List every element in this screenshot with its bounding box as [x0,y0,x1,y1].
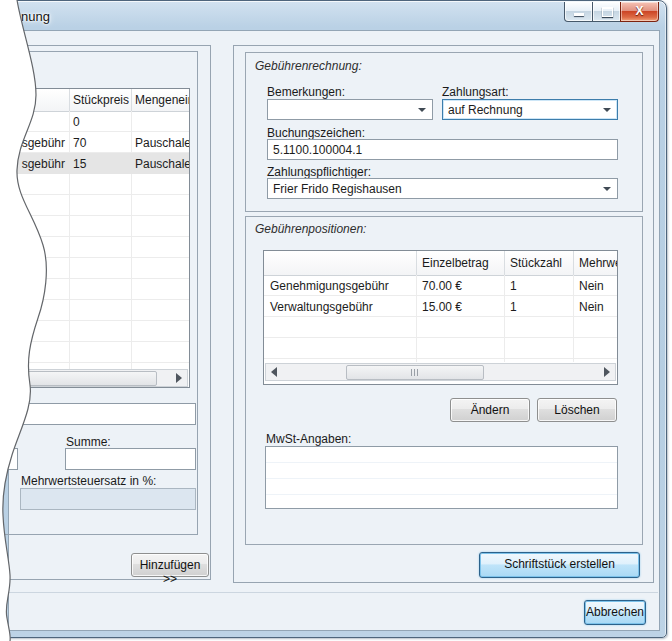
table-row[interactable]: 0 [0,111,189,132]
scroll-right-icon[interactable] [604,367,610,377]
table-row[interactable]: Verwaltungsgebühr 15.00 € 1 Nein [264,296,617,317]
summe-field[interactable] [65,448,196,470]
close-button[interactable]: X [620,2,659,22]
scrollbar-thumb[interactable] [0,371,157,386]
fee-types-table[interactable]: Stückpreis Mengenein 0 gsgebühr 70 Pausc… [0,88,190,388]
zahlungspflichtiger-label: Zahlungspflichtiger: [267,165,371,179]
screenshot-canvas: nung X Stückpreis Mengenein [0,0,672,641]
cell-unit: Pauschale [135,136,190,150]
zahlungspflichtiger-value: Frier Frido Regishausen [273,182,402,196]
cell-price: 0 [73,115,80,129]
close-icon: X [621,4,658,18]
chevron-down-icon [603,187,611,191]
cell-count: 1 [510,279,517,293]
chevron-down-icon [418,108,426,112]
cell-amount: 15.00 € [422,300,462,314]
mwst-rate-label: Mehrwertsteuersatz in %: [21,474,156,488]
mwst-angaben-listbox[interactable] [265,446,618,509]
abbrechen-button[interactable]: Abbrechen [584,600,646,625]
maximize-button[interactable] [592,2,621,22]
mwst-angaben-label: MwSt-Angaben: [266,432,351,446]
aendern-button[interactable]: Ändern [450,398,530,422]
scrollbar-thumb[interactable] [346,365,484,380]
cell-name: Genehmigungsgebühr [270,279,389,293]
zahlungsart-value: auf Rechnung [448,103,523,117]
col-header-mengeneinheit: Mengenein [135,93,190,107]
chevron-down-icon [603,108,611,112]
table-row[interactable]: Genehmigungsgebühr 70.00 € 1 Nein [264,275,617,296]
abbrechen-button-label: Abbrechen [586,601,644,619]
cell-price: 70 [73,136,86,150]
header-separator [504,251,505,275]
minimize-button[interactable] [564,2,593,22]
table-row[interactable]: gsgebühr 70 Pauschale [0,132,189,153]
fee-positions-group-title: Gebührenpositionen: [255,222,366,236]
buchungszeichen-field[interactable]: 5.1100.100004.1 [267,139,618,160]
zahlungsart-combobox[interactable]: auf Rechnung [442,99,618,120]
aendern-button-label: Ändern [471,399,510,417]
zahlungsart-label: Zahlungsart: [442,85,509,99]
fee-positions-hscrollbar[interactable] [265,363,616,381]
cell-name: Verwaltungsgebühr [270,300,373,314]
fee-name-field[interactable] [0,403,196,425]
col-header-stueckpreis: Stückpreis [73,93,129,107]
scroll-left-icon[interactable] [271,367,277,377]
quantity-field[interactable] [0,448,18,470]
bemerkungen-combobox[interactable] [267,99,433,120]
caption-buttons: X [564,2,659,22]
fee-types-hscrollbar[interactable] [0,369,188,387]
footer-separator [8,592,658,593]
header-separator [573,251,574,275]
grip-icon [414,369,415,376]
restore-icon [602,7,613,17]
minimize-icon [574,13,584,16]
table-row-selected[interactable]: sgebühr 15 Pauschale [0,153,189,174]
fee-invoice-group-title: Gebührenrechnung: [255,59,362,73]
cell-name: sgebühr [0,157,65,171]
window-title: nung [21,9,50,24]
hinzufuegen-button[interactable]: Hinzufügen >> [131,553,209,577]
fee-types-table-header: Stückpreis Mengenein [0,89,189,112]
cell-vat: Nein [579,279,604,293]
col-header-einzelbetrag: Einzelbetrag [422,256,489,270]
buchungszeichen-label: Buchungszeichen: [267,126,365,140]
cell-name: gsgebühr [0,136,65,150]
fee-positions-table-header: Einzelbetrag Stückzahl Mehrwertsteuerpfl… [264,251,617,276]
grip-icon [411,369,412,376]
loeschen-button-label: Löschen [554,399,599,417]
cell-count: 1 [510,300,517,314]
cell-vat: Nein [579,300,604,314]
header-separator [416,251,417,275]
mwst-rate-field [20,488,196,510]
col-header-mehrwertsteuerpflichtig: Mehrwertsteuerpflich [579,256,618,270]
schriftstueck-erstellen-button-label: Schriftstück erstellen [504,553,615,571]
hinzufuegen-button-label: Hinzufügen >> [132,554,208,586]
header-separator [69,89,70,111]
cell-amount: 70.00 € [422,279,462,293]
cell-price: 15 [73,157,86,171]
scroll-right-icon[interactable] [176,373,182,383]
col-header-stueckzahl: Stückzahl [510,256,562,270]
grip-icon [417,369,418,376]
header-separator [131,89,132,111]
summe-label: Summe: [66,435,111,449]
zahlungspflichtiger-combobox[interactable]: Frier Frido Regishausen [267,178,618,199]
schriftstueck-erstellen-button[interactable]: Schriftstück erstellen [479,552,640,578]
fee-positions-table[interactable]: Einzelbetrag Stückzahl Mehrwertsteuerpfl… [263,250,618,385]
bemerkungen-label: Bemerkungen: [267,85,345,99]
loeschen-button[interactable]: Löschen [537,398,617,422]
cell-unit: Pauschale [135,157,190,171]
